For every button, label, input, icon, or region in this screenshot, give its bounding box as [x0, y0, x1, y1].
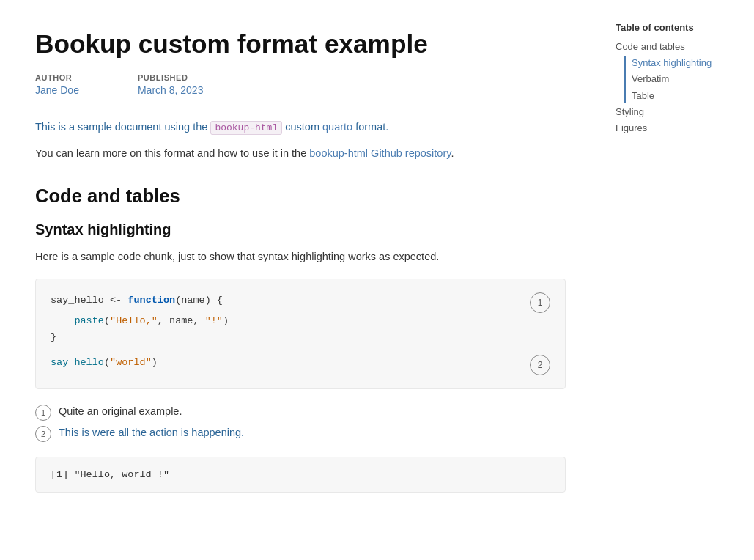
- annotation-item-2: 2 This is were all the action is happeni…: [35, 425, 566, 442]
- toc-title: Table of contents: [616, 22, 733, 33]
- published-value: March 8, 2023: [138, 84, 204, 96]
- code-call-close: ): [152, 357, 158, 368]
- author-meta: AUTHOR Jane Doe: [35, 73, 79, 97]
- toc-item-verbatim: Verbatim: [632, 73, 733, 86]
- toc-item-table: Table: [632, 89, 733, 103]
- code-paste-close: ): [223, 315, 229, 326]
- code-brace-close: }: [51, 331, 56, 342]
- ann-badge-1: 1: [35, 405, 51, 421]
- published-label: PUBLISHED: [138, 73, 204, 82]
- code-line-4: say_hello("world") 2: [51, 355, 550, 375]
- code-block-main: say_hello <- function(name) { 1 paste("H…: [35, 279, 566, 389]
- intro-post: format.: [352, 121, 388, 133]
- intro-line1: This is a sample document using the book…: [35, 119, 566, 136]
- published-meta: PUBLISHED March 8, 2023: [138, 73, 204, 97]
- toc-link-verbatim[interactable]: Verbatim: [632, 73, 669, 84]
- toc-link-figures[interactable]: Figures: [616, 122, 647, 133]
- code-line-1: say_hello <- function(name) { 1: [51, 292, 550, 313]
- code-paste-fn: paste: [74, 315, 104, 326]
- toc-item-styling: Styling: [616, 106, 733, 119]
- annotation-item-1: 1 Quite an original example.: [35, 404, 566, 421]
- output-text: [1] "Hello, world !": [51, 469, 169, 480]
- main-content: Bookup custom format example AUTHOR Jane…: [0, 0, 601, 560]
- toc-link-styling[interactable]: Styling: [616, 106, 644, 117]
- code-comma: , name,: [158, 315, 205, 326]
- syntax-para: Here is a sample code chunk, just to sho…: [35, 248, 566, 265]
- toc-list: Code and tables Syntax highlighting Verb…: [616, 40, 733, 135]
- meta-grid: AUTHOR Jane Doe PUBLISHED March 8, 2023: [35, 73, 566, 97]
- intro-mid: custom: [282, 121, 322, 133]
- intro-line2: You can learn more on this format and ho…: [35, 145, 566, 162]
- ann-text-1: Quite an original example.: [59, 404, 182, 420]
- code-annotation-1: 1: [530, 292, 550, 313]
- toc-item-figures: Figures: [616, 122, 733, 135]
- doc-title: Bookup custom format example: [35, 29, 566, 59]
- code-call-open: (: [104, 357, 110, 368]
- toc-link-code-tables[interactable]: Code and tables: [616, 41, 685, 52]
- toc-item-code-tables: Code and tables Syntax highlighting Verb…: [616, 40, 733, 103]
- author-value: Jane Doe: [35, 84, 79, 96]
- code-sayhello-call: say_hello: [51, 357, 104, 368]
- ann-text-2: This is were all the action is happening…: [59, 425, 244, 441]
- sidebar: Table of contents Code and tables Syntax…: [601, 0, 747, 560]
- intro-pre: This is a sample document using the: [35, 121, 210, 133]
- code-seg-4: say_hello("world"): [51, 355, 522, 371]
- code-str-world: "world": [110, 357, 152, 368]
- code-paste-open: (: [104, 315, 110, 326]
- syntax-heading: Syntax highlighting: [35, 221, 566, 238]
- toc-sublist: Syntax highlighting Verbatim Table: [624, 56, 733, 103]
- code-annotation-2: 2: [530, 355, 550, 375]
- code-str-bang: "!": [205, 315, 223, 326]
- code-arrow: <-: [104, 295, 127, 306]
- code-seg-1: say_hello <- function(name) {: [51, 292, 522, 309]
- author-label: AUTHOR: [35, 73, 79, 82]
- ann-badge-2: 2: [35, 426, 51, 442]
- code-kw-function: function: [127, 295, 175, 306]
- section1-heading: Code and tables: [35, 185, 566, 207]
- annotation-list: 1 Quite an original example. 2 This is w…: [35, 404, 566, 442]
- code-line-2: paste("Hello,", name, "!"): [51, 313, 550, 329]
- intro2-post: .: [451, 147, 454, 159]
- code-gap: [51, 345, 550, 355]
- intro2-pre: You can learn more on this format and ho…: [35, 147, 309, 159]
- code-params: (name) {: [175, 295, 223, 306]
- inline-code: bookup-html: [210, 121, 282, 135]
- toc-item-syntax: Syntax highlighting: [632, 56, 733, 70]
- code-str-hello: "Hello,": [110, 315, 158, 326]
- toc-link-syntax[interactable]: Syntax highlighting: [632, 57, 712, 68]
- code-fn-name: say_hello: [51, 295, 104, 306]
- quarto-link[interactable]: quarto: [322, 121, 352, 133]
- toc-link-table[interactable]: Table: [632, 90, 654, 101]
- code-line-3: }: [51, 329, 550, 345]
- output-block: [1] "Hello, world !": [35, 457, 566, 493]
- github-link[interactable]: bookup-html Github repository: [309, 147, 451, 159]
